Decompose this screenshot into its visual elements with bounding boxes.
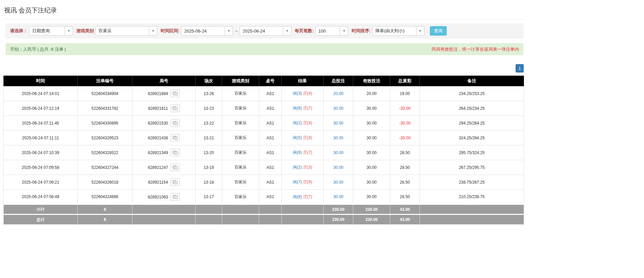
bet-id-cell: 522604324866: [78, 190, 132, 204]
filter-bar: 请选择： 日期查询 ▾ 游戏类别 百家乐 ▾ 时间区间: 2025-06-24 …: [6, 24, 523, 38]
page-root: 视讯 会员下注纪录 请选择： 日期查询 ▾ 游戏类别 百家乐 ▾ 时间区间: 2…: [0, 0, 644, 228]
column-header: 总投注: [324, 76, 353, 86]
result-banker: 庄(4): [303, 121, 312, 125]
date-to-select[interactable]: 2025-06-24 ▾: [240, 26, 291, 36]
time-cell: 2025-06-24 07:08:48: [4, 190, 78, 204]
round-detail-button[interactable]: [170, 90, 180, 97]
total-bet-cell[interactable]: 30.00: [324, 145, 353, 160]
total-bet-cell[interactable]: 30.00: [324, 175, 353, 190]
table-number-cell: AS1: [259, 86, 282, 101]
time-cell: 2025-06-24 07:11:45: [4, 116, 78, 131]
bet-records-table: 时间注单编号局号场次游戏类别桌号结果总投注有效投注总派彩备注 2025-06-2…: [3, 76, 524, 225]
date-type-value[interactable]: 日期查询: [29, 26, 65, 36]
sort-dropdown-button[interactable]: ▾: [416, 26, 425, 36]
empty-cell: [259, 215, 282, 225]
game-type-cell: 百家乐: [222, 175, 259, 190]
result-cell: 闲(6)庄(7): [282, 101, 324, 116]
valid-bet-cell: 20.00: [353, 86, 390, 101]
result-banker: 庄(9): [303, 180, 312, 184]
subtotal-valid-bet: 230.00: [353, 204, 390, 215]
round-cell: 628921247: [132, 160, 196, 175]
round-cell: 628921438: [132, 131, 196, 145]
total-bet-cell[interactable]: 20.00: [324, 86, 353, 101]
page-size-dropdown-button[interactable]: ▾: [340, 26, 348, 36]
subtotal-count: 8: [78, 204, 132, 215]
valid-bet-cell: 30.00: [353, 175, 390, 190]
round-detail-button[interactable]: [170, 193, 180, 201]
date-from-dropdown-button[interactable]: ▾: [225, 26, 233, 36]
pagination: 1: [3, 64, 524, 73]
table-body: 2025-06-24 07:14:01 522604334904 6289218…: [4, 86, 524, 204]
result-detail-icon: [173, 121, 178, 125]
game-type-cell: 百家乐: [222, 116, 259, 131]
chevron-down-icon: ▾: [286, 29, 288, 33]
table-row: 2025-06-24 07:09:58 522604327244 6289212…: [4, 160, 524, 175]
empty-cell: [196, 215, 222, 225]
result-player: 闲(6): [293, 150, 302, 155]
game-type-value[interactable]: 百家乐: [95, 26, 149, 36]
page-size-select[interactable]: 100 ▾: [315, 26, 348, 36]
sort-select[interactable]: 降幂(由大到小) ▾: [372, 26, 425, 36]
game-type-select[interactable]: 百家乐 ▾: [95, 26, 157, 36]
empty-cell: [196, 204, 222, 215]
valid-bet-cell: 30.00: [353, 190, 390, 204]
valid-bet-cell: 30.00: [353, 160, 390, 175]
time-cell: 2025-06-24 07:14:01: [4, 86, 78, 101]
page-button-1[interactable]: 1: [516, 64, 524, 73]
payout-cell: -30.00: [390, 101, 420, 116]
table-number-cell: AS1: [259, 131, 282, 145]
round-detail-button[interactable]: [170, 119, 180, 127]
bet-id-cell: 522604328522: [78, 145, 132, 160]
result-player: 闲(6): [293, 194, 302, 199]
date-type-label: 请选择：: [10, 28, 28, 34]
sort-value[interactable]: 降幂(由大到小): [372, 26, 416, 36]
column-header: 有效投注: [353, 76, 390, 86]
empty-cell: [259, 204, 282, 215]
valid-bet-cell: 30.00: [353, 145, 390, 160]
round-id: 628921154: [148, 180, 168, 185]
date-from-select[interactable]: 2025-06-24 ▾: [181, 26, 233, 36]
time-cell: 2025-06-24 07:09:21: [4, 175, 78, 190]
total-bet-cell[interactable]: 30.00: [324, 116, 353, 131]
session-cell: 13-17: [196, 190, 222, 204]
round-id: 628921349: [148, 150, 168, 155]
page-size-value[interactable]: 100: [315, 26, 340, 36]
round-cell: 628921611: [132, 101, 196, 116]
payout-cell: 28.50: [390, 160, 420, 175]
date-to-dropdown-button[interactable]: ▾: [283, 26, 291, 36]
total-bet-cell[interactable]: 30.00: [324, 131, 353, 145]
round-detail-button[interactable]: [170, 164, 180, 171]
table-number-cell: AS1: [259, 175, 282, 190]
bet-id-cell: 522604329523: [78, 131, 132, 145]
date-type-select[interactable]: 日期查询 ▾: [29, 26, 73, 36]
valid-bet-cell: 30.00: [353, 116, 390, 131]
table-row: 2025-06-24 07:11:45 522604330695 6289215…: [4, 116, 524, 131]
date-type-dropdown-button[interactable]: ▾: [65, 26, 73, 36]
result-banker: 庄(4): [303, 135, 312, 140]
round-detail-button[interactable]: [170, 104, 180, 112]
round-id: 628921438: [148, 136, 168, 140]
round-detail-button[interactable]: [170, 178, 180, 186]
total-bet-cell[interactable]: 30.00: [324, 190, 353, 204]
total-bet-cell[interactable]: 30.00: [324, 101, 353, 116]
game-type-cell: 百家乐: [222, 86, 259, 101]
round-cell: 628921349: [132, 145, 196, 160]
result-banker: 庄(4): [303, 91, 312, 96]
empty-cell: [222, 204, 259, 215]
date-to-value[interactable]: 2025-06-24: [240, 26, 283, 36]
page-size-label: 每页笔数:: [295, 28, 314, 34]
column-header: 时间: [4, 76, 78, 86]
game-type-dropdown-button[interactable]: ▾: [149, 26, 157, 36]
bet-id-cell: 522604330695: [78, 116, 132, 131]
date-from-value[interactable]: 2025-06-24: [181, 26, 225, 36]
round-id: 628921247: [148, 165, 168, 170]
result-detail-icon: [173, 150, 178, 155]
session-cell: 13-21: [196, 131, 222, 145]
round-detail-button[interactable]: [170, 149, 180, 156]
round-detail-button[interactable]: [170, 134, 180, 142]
search-button[interactable]: 查询: [430, 26, 447, 36]
valid-bet-cell: 30.00: [353, 101, 390, 116]
time-cell: 2025-06-24 07:09:58: [4, 160, 78, 175]
total-bet-cell[interactable]: 30.00: [324, 160, 353, 175]
table-row: 2025-06-24 07:11:11 522604329523 6289214…: [4, 131, 524, 145]
